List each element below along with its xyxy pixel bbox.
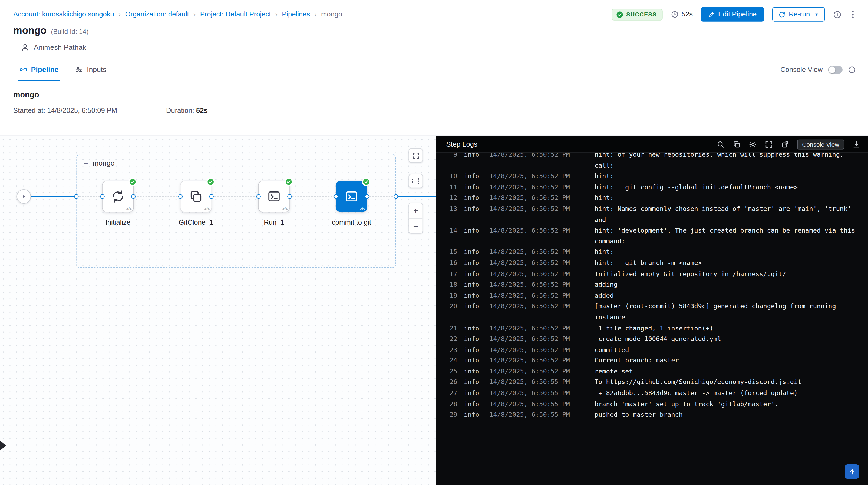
log-timestamp: 14/8/2025, 6:50:52 PM [489, 193, 588, 204]
step-logs-title: Step Logs [446, 140, 477, 148]
breadcrumb-organization[interactable]: Organization: default [125, 11, 189, 18]
main-split: − mongo </> Initialize [0, 136, 868, 485]
breadcrumb-separator: › [119, 11, 121, 18]
run-duration: Duration: 52s [166, 107, 208, 115]
chevron-down-icon[interactable]: ▼ [815, 12, 819, 17]
log-row: 24 info 14/8/2025, 6:50:52 PM Current br… [446, 355, 861, 366]
connector-port [100, 194, 104, 199]
zoom-out-button[interactable]: − [409, 218, 422, 233]
clone-icon [189, 189, 203, 204]
log-row: 27 info 14/8/2025, 6:50:55 PM + 82a6dbb.… [446, 388, 861, 399]
duration-value: 52s [196, 107, 208, 115]
check-circle-icon [616, 11, 623, 18]
log-line-number: 22 [446, 334, 458, 344]
tab-bar: Pipeline Inputs Console View [0, 58, 868, 81]
build-id: (Build Id: 14) [51, 28, 89, 35]
console-view-toggle[interactable] [828, 66, 842, 74]
scroll-to-top-button[interactable] [845, 464, 859, 479]
terminal-icon [344, 189, 359, 204]
connector-port [131, 194, 136, 199]
tab-pipeline[interactable]: Pipeline [18, 58, 60, 81]
log-fullscreen-icon[interactable] [765, 140, 773, 148]
pipeline-icon [19, 66, 27, 74]
pipeline-canvas[interactable]: − mongo </> Initialize [0, 136, 436, 485]
pipeline-info-icon[interactable] [833, 10, 841, 19]
log-message: hint: 'development'. The just-created br… [594, 225, 860, 247]
log-link[interactable]: https://github.com/Sonichigo/economy-dis… [606, 378, 802, 386]
log-line-number: 12 [446, 193, 458, 204]
log-row: 9 info 14/8/2025, 6:50:52 PM hint: of yo… [446, 153, 861, 171]
log-line-number: 10 [446, 171, 458, 182]
tab-pipeline-label: Pipeline [31, 65, 59, 74]
breadcrumb-project[interactable]: Project: Default Project [200, 11, 271, 18]
log-timestamp: 14/8/2025, 6:50:52 PM [489, 171, 588, 182]
status-badge: SUCCESS [612, 9, 663, 20]
terminal-icon [267, 189, 281, 204]
log-level: info [464, 377, 483, 388]
connector-port [257, 194, 261, 199]
log-body[interactable]: 9 info 14/8/2025, 6:50:52 PM hint: of yo… [436, 153, 868, 485]
top-bar: Account: kurosakiichigo.songoku › Organi… [0, 0, 868, 24]
log-level: info [464, 367, 483, 377]
code-icon: </> [360, 207, 366, 211]
log-row: 21 info 14/8/2025, 6:50:52 PM 1 file cha… [446, 323, 861, 334]
log-row: 19 info 14/8/2025, 6:50:52 PM added [446, 291, 861, 301]
step-success-icon [362, 178, 370, 186]
collapse-icon[interactable]: − [83, 159, 88, 167]
log-message: branch 'master' set up to track 'gitlab/… [594, 399, 860, 410]
canvas-fullscreen-button[interactable] [408, 148, 423, 162]
pipeline-step-initialize[interactable]: </> Initialize [103, 181, 134, 212]
tab-inputs[interactable]: Inputs [74, 58, 108, 81]
log-download-icon[interactable] [853, 140, 861, 148]
log-level: info [464, 301, 483, 323]
breadcrumb-pipelines[interactable]: Pipelines [282, 11, 310, 18]
rerun-label: Re-run [789, 11, 810, 18]
log-row: 23 info 14/8/2025, 6:50:52 PM committed [446, 344, 861, 355]
log-line-number: 13 [446, 204, 458, 225]
connector-port [365, 194, 369, 199]
rerun-button[interactable]: Re-run ▼ [772, 7, 825, 22]
pipeline-step-run[interactable]: </> Run_1 [259, 181, 290, 212]
log-timestamp: 14/8/2025, 6:50:52 PM [489, 269, 588, 280]
toggle-knob [829, 66, 836, 73]
log-line-number: 21 [446, 323, 458, 334]
log-level: info [464, 334, 483, 344]
log-timestamp: 14/8/2025, 6:50:52 PM [489, 323, 588, 334]
console-view-info-icon[interactable] [848, 66, 856, 74]
log-message: [master (root-commit) 5843d9c] generated… [594, 301, 860, 323]
pipeline-step-gitclone[interactable]: </> GitClone_1 [181, 181, 212, 212]
zoom-in-button[interactable]: + [409, 203, 422, 218]
log-copy-icon[interactable] [733, 140, 741, 148]
log-level: info [464, 323, 483, 334]
log-level: info [464, 171, 483, 182]
log-timestamp: 14/8/2025, 6:50:52 PM [489, 280, 588, 291]
step-logs-tools: Console View [717, 139, 860, 149]
edit-pipeline-button[interactable]: Edit Pipeline [701, 7, 764, 22]
pipeline-step-commit-to-git[interactable]: </> commit to git [336, 181, 367, 212]
stage-group-name: mongo [93, 159, 114, 167]
log-line-number: 24 [446, 355, 458, 366]
log-row: 12 info 14/8/2025, 6:50:52 PM hint: [446, 193, 861, 204]
clock-icon [671, 11, 679, 18]
connector-port [287, 194, 292, 199]
breadcrumb-separator: › [193, 11, 196, 18]
log-open-in-new-icon[interactable] [781, 140, 789, 148]
start-node[interactable] [16, 189, 31, 204]
log-settings-icon[interactable] [749, 140, 757, 148]
nav-expand-handle[interactable] [0, 440, 6, 451]
log-message: adding [594, 280, 860, 291]
log-level: info [464, 280, 483, 291]
log-timestamp: 14/8/2025, 6:50:52 PM [489, 344, 588, 355]
console-view-button[interactable]: Console View [797, 139, 844, 149]
log-row: 25 info 14/8/2025, 6:50:52 PM remote set [446, 367, 861, 377]
more-options-icon[interactable] [850, 10, 856, 19]
canvas-select-button[interactable] [408, 174, 423, 188]
duration-value: 52s [682, 11, 693, 18]
log-level: info [464, 410, 483, 421]
step-success-icon [206, 178, 215, 186]
log-line-number: 11 [446, 182, 458, 193]
breadcrumb-account[interactable]: Account: kurosakiichigo.songoku [13, 11, 114, 18]
log-search-icon[interactable] [717, 140, 725, 148]
log-line-number: 20 [446, 301, 458, 323]
log-line-number: 29 [446, 410, 458, 421]
